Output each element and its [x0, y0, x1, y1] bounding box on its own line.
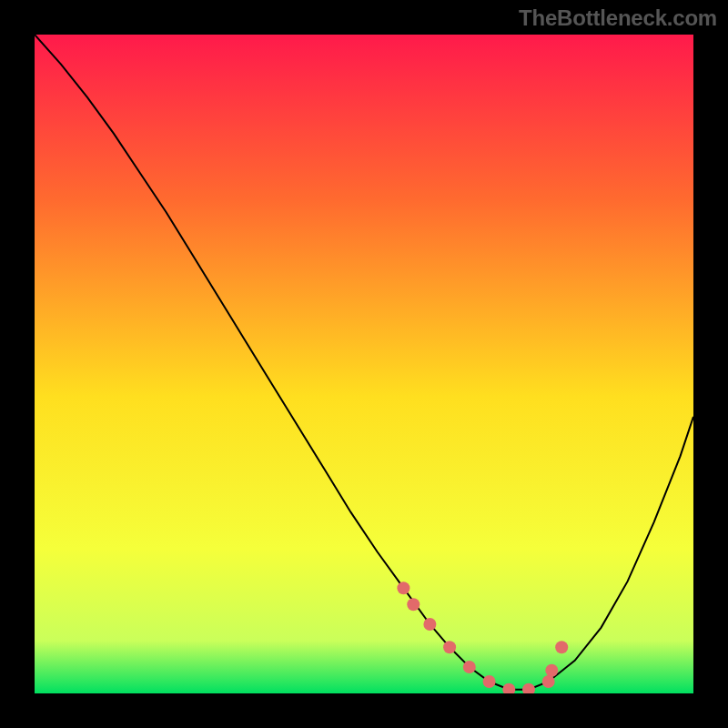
chart-svg — [35, 35, 693, 693]
marker-dot — [397, 581, 410, 594]
watermark-text: TheBottleneck.com — [519, 5, 717, 31]
marker-dot — [545, 664, 558, 677]
chart-frame: TheBottleneck.com — [0, 0, 728, 728]
marker-dot — [483, 675, 496, 688]
plot-background — [35, 35, 693, 693]
marker-dot — [542, 675, 555, 688]
plot-area — [35, 35, 693, 693]
marker-dot — [443, 641, 456, 653]
marker-dot — [407, 598, 420, 611]
marker-dot — [463, 661, 476, 673]
marker-dot — [423, 618, 436, 631]
marker-dot — [555, 641, 568, 653]
